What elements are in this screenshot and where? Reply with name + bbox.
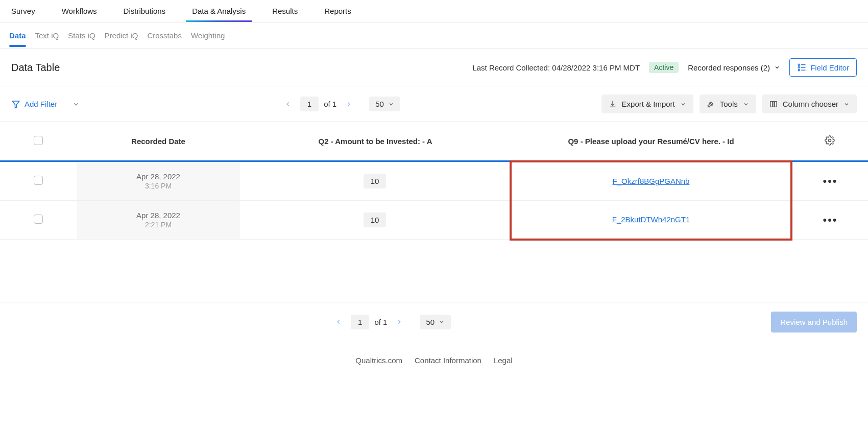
download-icon [609,100,617,108]
wrench-icon [707,100,715,108]
columns-icon [769,100,778,108]
footer-qualtrics[interactable]: Qualtrics.com [355,356,402,365]
pager-current[interactable]: 1 [351,315,369,329]
subnav-text-iq[interactable]: Text iQ [35,24,59,47]
subnav-weighting[interactable]: Weighting [191,24,225,47]
file-link[interactable]: F_Okzrf8BGgPGANnb [613,177,690,185]
sub-nav: Data Text iQ Stats iQ Predict iQ Crossta… [0,22,868,49]
select-all-checkbox[interactable] [34,136,43,145]
pager-bottom: 1 of 1 50 [331,315,451,329]
pager-prev[interactable] [331,315,346,329]
svg-point-2 [798,69,800,71]
pager-total: of 1 [374,318,387,326]
svg-rect-8 [773,101,774,107]
topnav-workflows[interactable]: Workflows [62,1,97,21]
footer-links: Qualtrics.com Contact Information Legal [0,342,868,385]
data-table: Recorded Date Q2 - Amount to be Invested… [0,122,868,241]
title-row: Data Table Last Record Collected: 04/28/… [0,49,868,86]
row-more-menu[interactable]: ••• [823,214,837,226]
header-q9[interactable]: Q9 - Please upload your Resumé/CV here. … [511,122,791,161]
filter-options-dropdown[interactable] [73,101,80,108]
header-q2[interactable]: Q2 - Amount to be Invested: - A [240,122,511,161]
tools-button[interactable]: Tools [700,94,756,113]
pager-prev[interactable] [281,97,295,111]
row-amount: 10 [364,174,387,188]
topnav-data-analysis[interactable]: Data & Analysis [192,1,246,21]
table-row: Apr 28, 2022 2:21 PM 10 F_2BkutDTWh42nGT… [0,201,868,240]
subnav-crosstabs[interactable]: Crosstabs [147,24,182,47]
row-time: 2:21 PM [82,221,235,229]
svg-rect-9 [775,101,777,107]
last-record: Last Record Collected: 04/28/2022 3:16 P… [472,63,640,72]
svg-point-10 [829,139,831,142]
page-size-select[interactable]: 50 [420,315,451,329]
row-amount: 10 [364,212,387,227]
svg-point-1 [798,67,800,68]
export-import-button[interactable]: Export & Import [601,94,693,113]
table-row: Apr 28, 2022 3:16 PM 10 F_Okzrf8BGgPGANn… [0,161,868,201]
column-chooser-button[interactable]: Column chooser [762,94,857,113]
subnav-stats-iq[interactable]: Stats iQ [68,24,95,47]
pager-next[interactable] [342,97,356,111]
topnav-survey[interactable]: Survey [11,1,35,21]
chevron-down-icon [774,64,780,70]
pager-top: 1 of 1 50 [281,97,400,111]
svg-rect-7 [770,101,773,107]
svg-point-0 [798,64,800,65]
row-date: Apr 28, 2022 [82,211,235,220]
row-more-menu[interactable]: ••• [823,175,837,187]
page-title: Data Table [11,62,60,74]
page-size-select[interactable]: 50 [369,97,400,111]
subnav-predict-iq[interactable]: Predict iQ [105,24,138,47]
pager-current[interactable]: 1 [300,97,319,111]
footer-pager-row: 1 of 1 50 Review and Publish [0,302,868,342]
field-editor-icon [797,63,806,72]
header-recorded-date[interactable]: Recorded Date [77,122,240,161]
toolbar-row: Add Filter 1 of 1 50 Export & Import Too… [0,86,868,122]
recorded-responses-dropdown[interactable]: Recorded responses (2) [688,63,780,72]
row-time: 3:16 PM [82,182,235,190]
status-badge: Active [649,62,679,73]
footer-legal[interactable]: Legal [494,356,513,365]
header-checkbox [0,122,77,161]
subnav-data[interactable]: Data [9,24,26,47]
footer-contact[interactable]: Contact Information [415,356,481,365]
topnav-distributions[interactable]: Distributions [124,1,166,21]
file-link[interactable]: F_2BkutDTWh42nGT1 [612,215,690,224]
row-checkbox[interactable] [34,176,43,185]
header-settings[interactable] [791,122,868,161]
row-date: Apr 28, 2022 [82,172,235,181]
gear-icon [825,135,835,146]
filter-icon [11,100,20,109]
field-editor-button[interactable]: Field Editor [789,58,857,77]
review-publish-button[interactable]: Review and Publish [771,312,857,333]
row-checkbox[interactable] [34,215,43,224]
svg-marker-6 [12,101,19,108]
add-filter-button[interactable]: Add Filter [11,100,57,109]
top-nav: Survey Workflows Distributions Data & An… [0,0,868,22]
topnav-results[interactable]: Results [272,1,298,21]
pager-total: of 1 [324,100,336,108]
topnav-reports[interactable]: Reports [324,1,351,21]
pager-next[interactable] [392,315,406,329]
